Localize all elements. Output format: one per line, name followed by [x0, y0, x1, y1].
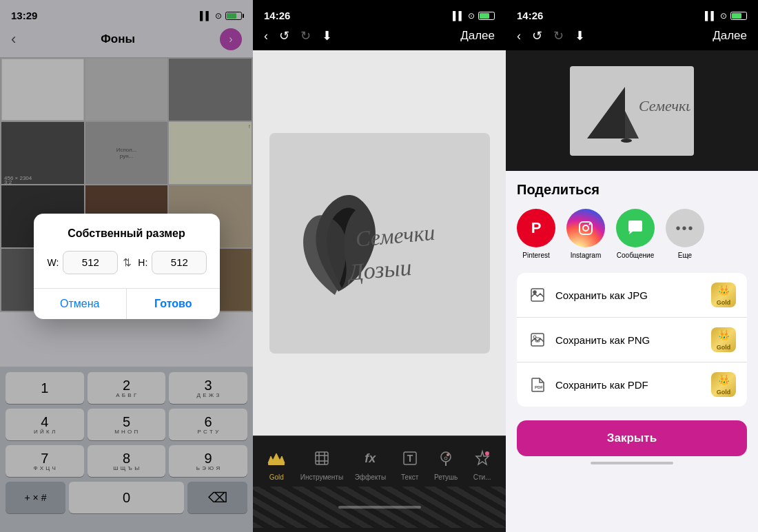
- logo-canvas: Семечки Дозыи: [269, 133, 490, 354]
- svg-point-15: [485, 451, 489, 456]
- logo-preview: Семечки: [570, 66, 694, 156]
- width-field-group: W: 512: [48, 251, 119, 274]
- tool-instruments[interactable]: Инструменты: [300, 446, 343, 481]
- svg-text:T: T: [407, 453, 413, 464]
- svg-point-11: [447, 453, 449, 456]
- h-label: H:: [138, 257, 147, 268]
- status-time-3: 14:26: [517, 10, 543, 21]
- svg-marker-16: [587, 87, 625, 139]
- status-icons-2: ▌▌ ⊙: [453, 11, 495, 21]
- svg-point-13: [444, 457, 447, 460]
- instagram-icon: [566, 209, 605, 247]
- logo-svg: Семечки Дозыи: [283, 174, 476, 312]
- messages-label: Сообщение: [617, 252, 654, 259]
- jpg-icon: [528, 285, 547, 305]
- svg-text:PDF: PDF: [535, 385, 543, 389]
- confirm-button[interactable]: Готово: [127, 289, 220, 319]
- wifi-icon-3: ⊙: [720, 11, 727, 21]
- redo-icon[interactable]: ↻: [300, 28, 311, 43]
- save-jpg[interactable]: Сохранить как JPG 👑 Gold: [517, 273, 747, 318]
- effects-icon: fx: [358, 446, 382, 471]
- dialog-buttons: Отмена Готово: [34, 288, 220, 319]
- home-indicator-3: [517, 456, 747, 470]
- share-title: Поделиться: [517, 182, 747, 198]
- next-button-2[interactable]: Далее: [460, 29, 495, 43]
- svg-text:Дозыи: Дозыи: [345, 254, 412, 285]
- retouch-label: Ретушь: [434, 473, 458, 481]
- svg-marker-17: [625, 111, 639, 139]
- status-icons-3: ▌▌ ⊙: [705, 11, 747, 21]
- back-button-2[interactable]: ‹: [264, 29, 268, 43]
- home-bar: [591, 462, 673, 464]
- width-input[interactable]: 512: [63, 251, 118, 274]
- save-pdf[interactable]: PDF Сохранить как PDF 👑 Gold: [517, 362, 747, 407]
- panel-backgrounds: 13:29 ▌▌ ⊙ ‹ Фоны › 456 × 2304 3:2 Испол…: [0, 0, 253, 532]
- svg-rect-3: [316, 452, 328, 464]
- height-field-group: H: 512: [138, 251, 207, 274]
- status-bar-3: 14:26 ▌▌ ⊙: [506, 0, 758, 25]
- instruments-label: Инструменты: [300, 473, 343, 481]
- next-button-3[interactable]: Далее: [713, 29, 747, 43]
- status-time-2: 14:26: [264, 10, 290, 21]
- toolbar-icons: Gold Инструменты fx Эфф: [253, 436, 506, 487]
- cancel-button[interactable]: Отмена: [34, 289, 127, 319]
- download-icon[interactable]: ⬇: [322, 28, 332, 43]
- dialog-fields: W: 512 ⇄ H: 512: [48, 251, 206, 274]
- header-left-3: ‹ ↺ ↻ ⬇: [517, 28, 585, 43]
- tool-retouch[interactable]: Ретушь: [433, 446, 458, 481]
- wifi-icon-2: ⊙: [468, 11, 475, 21]
- share-apps: P Pinterest Instagram: [517, 209, 747, 259]
- dialog-overlay: Собственный размер W: 512 ⇄ H: 512 Отме: [0, 0, 253, 532]
- undo-icon[interactable]: ↺: [279, 28, 289, 43]
- pinterest-label: Pinterest: [522, 252, 549, 259]
- panel-editor: 14:26 ▌▌ ⊙ ‹ ↺ ↻ ⬇ Далее: [253, 0, 506, 532]
- bottom-pattern: [253, 487, 506, 528]
- panel-share: 14:26 ▌▌ ⊙ ‹ ↺ ↻ ⬇ Далее: [506, 0, 758, 532]
- save-png[interactable]: Сохранить как PNG 👑 Gold: [517, 318, 747, 362]
- svg-point-18: [621, 139, 632, 143]
- save-options: Сохранить как JPG 👑 Gold Сохранить как P…: [517, 273, 747, 407]
- tool-text[interactable]: T Текст: [398, 446, 422, 481]
- toolbar-area: Gold Инструменты fx Эфф: [253, 436, 506, 532]
- signal-icon-3: ▌▌: [705, 11, 717, 21]
- save-png-label: Сохранить как PNG: [555, 334, 703, 346]
- retouch-icon: [433, 446, 458, 471]
- height-input[interactable]: 512: [152, 251, 207, 274]
- home-indicator-2: [338, 506, 421, 509]
- gold-badge-png: 👑 Gold: [711, 327, 736, 352]
- download-icon-3[interactable]: ⬇: [575, 28, 585, 43]
- instruments-icon: [309, 446, 334, 471]
- svg-point-24: [533, 291, 536, 294]
- svg-text:Семечки: Семечки: [639, 97, 690, 114]
- tool-style[interactable]: Сти...: [470, 446, 495, 481]
- more-icon: •••: [666, 209, 704, 247]
- gold-icon: [264, 446, 289, 471]
- style-label: Сти...: [473, 473, 491, 481]
- back-button-3[interactable]: ‹: [517, 29, 521, 43]
- gold-label: Gold: [269, 473, 284, 481]
- battery-icon-2: [478, 12, 495, 20]
- save-jpg-label: Сохранить как JPG: [555, 289, 703, 301]
- panel2-header: ‹ ↺ ↻ ⬇ Далее: [253, 25, 506, 50]
- style-icon: [470, 446, 495, 471]
- w-label: W:: [48, 257, 59, 268]
- svg-rect-2: [268, 463, 285, 465]
- dialog-title: Собственный размер: [48, 227, 206, 240]
- undo-icon-3[interactable]: ↺: [532, 28, 542, 43]
- tool-effects[interactable]: fx Эффекты: [355, 446, 386, 481]
- svg-point-21: [583, 225, 588, 231]
- share-pinterest[interactable]: P Pinterest: [517, 209, 555, 259]
- png-icon: [528, 330, 547, 349]
- share-panel: Поделиться P Pinterest Instagram: [506, 171, 758, 532]
- share-messages[interactable]: Сообщение: [616, 209, 655, 259]
- redo-icon-3[interactable]: ↻: [553, 28, 564, 43]
- svg-point-22: [589, 223, 591, 225]
- save-pdf-label: Сохранить как PDF: [555, 379, 703, 391]
- close-button[interactable]: Закрыть: [517, 420, 747, 456]
- share-more[interactable]: ••• Еще: [666, 209, 704, 259]
- share-instagram[interactable]: Instagram: [566, 209, 605, 259]
- pinterest-icon: P: [517, 209, 555, 247]
- tool-gold[interactable]: Gold: [264, 446, 289, 481]
- pdf-icon: PDF: [528, 375, 547, 394]
- instagram-label: Instagram: [571, 252, 601, 259]
